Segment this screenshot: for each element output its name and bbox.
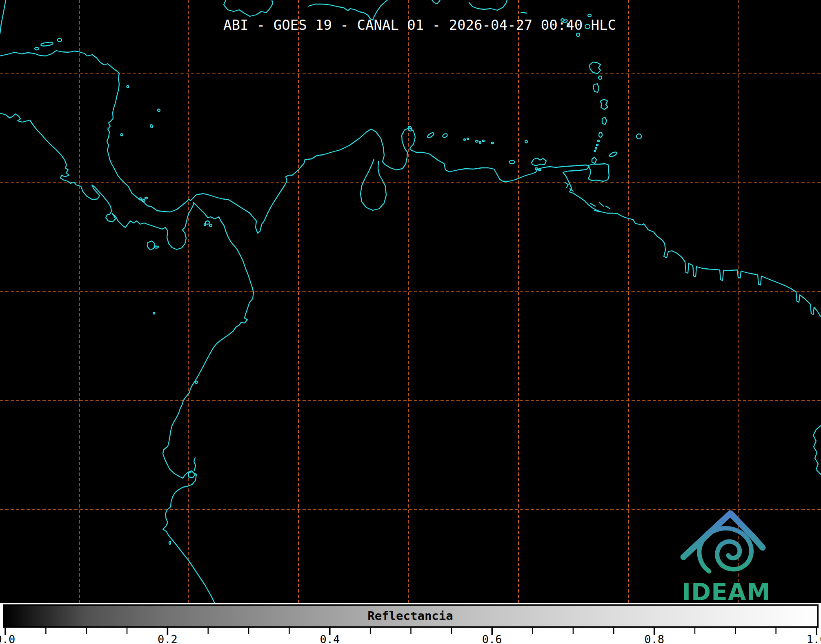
colorbar-tick-label: 1.0 [807,633,821,644]
colorbar-title: Reflectancia [367,609,453,623]
colorbar-tick-label: 0.0 [0,633,15,644]
ideam-logo-text: IDEAM [682,578,771,606]
colorbar-tick-label: 0.4 [320,633,340,644]
colorbar-tick-label: 0.2 [158,633,178,644]
goes-satellite-map-figure: IDEAM ABI - GOES 19 - CANAL 01 - 2026-04… [0,0,821,644]
colorbar-tick-label: 0.6 [482,633,502,644]
map-background [0,0,821,604]
image-title: ABI - GOES 19 - CANAL 01 - 2026-04-27 00… [223,17,616,33]
colorbar-ticks [5,628,817,635]
colorbar-tick-label: 0.8 [644,633,664,644]
